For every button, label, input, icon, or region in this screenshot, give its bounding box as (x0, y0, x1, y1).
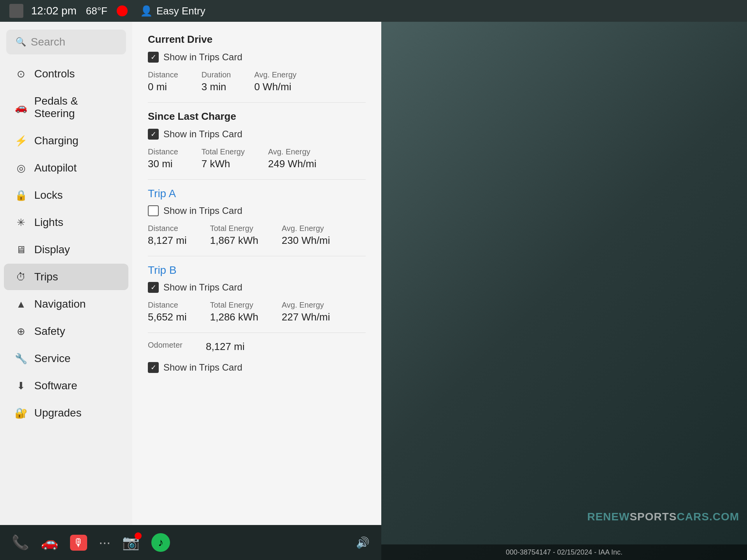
trip-b-checkbox-label: Show in Trips Card (163, 282, 242, 293)
taskbar-center: 🔊 (356, 536, 370, 549)
trip-b-avg-energy-label: Avg. Energy (282, 301, 330, 310)
trip-a-checkbox[interactable] (148, 205, 159, 216)
trip-a-avg-energy-label: Avg. Energy (282, 224, 330, 233)
sidebar: 🔍 Search ⊙ Controls 🚗 Pedals & Steering … (0, 22, 132, 560)
search-box[interactable]: 🔍 Search (6, 30, 126, 54)
slc-energy-total-value: 7 kWh (202, 158, 245, 170)
trip-b-distance-label: Distance (148, 301, 187, 310)
trip-a-avg-energy: Avg. Energy 230 Wh/mi (282, 224, 330, 247)
panel-body: 🔍 Search ⊙ Controls 🚗 Pedals & Steering … (0, 22, 381, 560)
since-last-charge-energy-total: Total Energy 7 kWh (202, 147, 245, 170)
camera-badge (135, 532, 142, 539)
sidebar-item-navigation[interactable]: ▲ Navigation (4, 291, 128, 317)
odometer-checkbox-row[interactable]: Show in Trips Card (148, 362, 366, 373)
sidebar-item-pedals-steering[interactable]: 🚗 Pedals & Steering (4, 88, 128, 127)
search-label: Search (31, 36, 65, 48)
pedals-icon: 🚗 (15, 102, 27, 114)
trip-b-total-energy-value: 1,286 kWh (210, 311, 258, 323)
trip-a-total-energy-value: 1,867 kWh (210, 234, 258, 247)
sidebar-label-autopilot: Autopilot (34, 162, 77, 174)
odometer-value-block: 8,127 mi (206, 341, 245, 353)
trip-a-total-energy: Total Energy 1,867 kWh (210, 224, 258, 247)
display-icon: 🖥 (15, 244, 27, 256)
taskbar-left: 📞 🚗 🎙 ··· 📷 ♪ (12, 533, 170, 552)
odometer-value: 8,127 mi (206, 341, 245, 353)
current-drive-checkbox-label: Show in Trips Card (163, 52, 242, 63)
sidebar-label-display: Display (34, 243, 70, 256)
divider-4 (148, 332, 366, 333)
divider-3 (148, 256, 366, 256)
sidebar-item-service[interactable]: 🔧 Service (4, 345, 128, 372)
sidebar-label-controls: Controls (34, 68, 75, 80)
sidebar-label-lights: Lights (34, 216, 63, 229)
trip-b-avg-energy: Avg. Energy 227 Wh/mi (282, 301, 330, 323)
software-icon: ⬇ (15, 380, 27, 392)
trip-a-title: Trip A (148, 187, 366, 200)
sidebar-item-locks[interactable]: 🔒 Locks (4, 182, 128, 208)
trip-a-checkbox-row[interactable]: Show in Trips Card (148, 205, 366, 216)
status-temperature: 68°F (86, 5, 107, 17)
profile-area[interactable]: 👤 Easy Entry (140, 5, 205, 17)
sidebar-item-lights[interactable]: ✳ Lights (4, 209, 128, 236)
slc-avg-energy-value: 249 Wh/mi (268, 158, 316, 170)
record-icon (117, 5, 128, 16)
trip-b-checkbox-row[interactable]: Show in Trips Card (148, 282, 366, 293)
watermark-sports: SPORTS (630, 511, 677, 523)
current-drive-stats: Distance 0 mi Duration 3 min Avg. Energy… (148, 70, 366, 93)
since-last-charge-checkbox-row[interactable]: Show in Trips Card (148, 129, 366, 140)
current-drive-duration-label: Duration (202, 70, 231, 79)
search-icon: 🔍 (16, 37, 26, 47)
phone-icon[interactable]: 📞 (12, 534, 29, 551)
odometer-row: Odometer 8,127 mi (148, 341, 366, 353)
sidebar-item-charging[interactable]: ⚡ Charging (4, 128, 128, 154)
autopilot-icon: ◎ (15, 162, 27, 174)
current-drive-distance-value: 0 mi (148, 81, 178, 93)
trip-b-avg-energy-value: 227 Wh/mi (282, 311, 330, 323)
taskbar: 📞 🚗 🎙 ··· 📷 ♪ 🔊 (0, 525, 381, 560)
since-last-charge-distance: Distance 30 mi (148, 147, 178, 170)
locks-icon: 🔒 (15, 189, 27, 201)
trip-a-distance: Distance 8,127 mi (148, 224, 187, 247)
sidebar-item-software[interactable]: ⬇ Software (4, 373, 128, 399)
sidebar-label-charging: Charging (34, 135, 79, 147)
sidebar-label-trips: Trips (34, 271, 58, 283)
spotify-icon[interactable]: ♪ (151, 533, 170, 552)
bottom-info-text: 000-38754147 - 02/15/2024 - IAA Inc. (506, 548, 622, 556)
sidebar-item-trips[interactable]: ⏱ Trips (4, 264, 128, 290)
upgrades-icon: 🔐 (15, 407, 27, 419)
sidebar-item-controls[interactable]: ⊙ Controls (4, 61, 128, 87)
odometer-checkbox[interactable] (148, 362, 159, 373)
car-logo-icon (9, 4, 23, 18)
current-drive-checkbox[interactable] (148, 52, 159, 63)
menu-dots-icon[interactable]: ··· (99, 534, 110, 551)
divider-2 (148, 179, 366, 180)
sidebar-label-navigation: Navigation (34, 298, 86, 310)
sidebar-label-locks: Locks (34, 189, 63, 201)
since-last-charge-avg-energy: Avg. Energy 249 Wh/mi (268, 147, 316, 170)
sidebar-item-safety[interactable]: ⊕ Safety (4, 318, 128, 345)
sidebar-item-autopilot[interactable]: ◎ Autopilot (4, 155, 128, 181)
trip-a-distance-value: 8,127 mi (148, 234, 187, 247)
camera-container[interactable]: 📷 (122, 534, 140, 551)
current-drive-distance-label: Distance (148, 70, 178, 79)
profile-icon: 👤 (140, 5, 153, 17)
watermark-cars: CARS.COM (677, 511, 739, 523)
main-panel: 👤 Easy Entry ⬇ 🏠 🔔 ⚡ LTE ▌▌▌ 🔍 Search ⊙ … (0, 0, 381, 560)
current-drive-duration: Duration 3 min (202, 70, 231, 93)
audio-icon[interactable]: 🎙 (70, 535, 87, 551)
since-last-charge-checkbox[interactable] (148, 129, 159, 140)
trip-b-title: Trip B (148, 264, 366, 276)
current-drive-distance: Distance 0 mi (148, 70, 178, 93)
volume-icon[interactable]: 🔊 (356, 536, 370, 549)
trip-b-distance: Distance 5,652 mi (148, 301, 187, 323)
bottom-info-bar: 000-38754147 - 02/15/2024 - IAA Inc. (381, 544, 747, 560)
sidebar-label-service: Service (34, 352, 70, 365)
sidebar-item-display[interactable]: 🖥 Display (4, 236, 128, 263)
service-icon: 🔧 (15, 353, 27, 365)
since-last-charge-checkbox-label: Show in Trips Card (163, 129, 242, 140)
since-last-charge-title: Since Last Charge (148, 110, 366, 122)
current-drive-checkbox-row[interactable]: Show in Trips Card (148, 52, 366, 63)
driver-assist-icon[interactable]: 🚗 (41, 534, 58, 551)
trip-b-checkbox[interactable] (148, 282, 159, 293)
sidebar-item-upgrades[interactable]: 🔐 Upgrades (4, 400, 128, 426)
